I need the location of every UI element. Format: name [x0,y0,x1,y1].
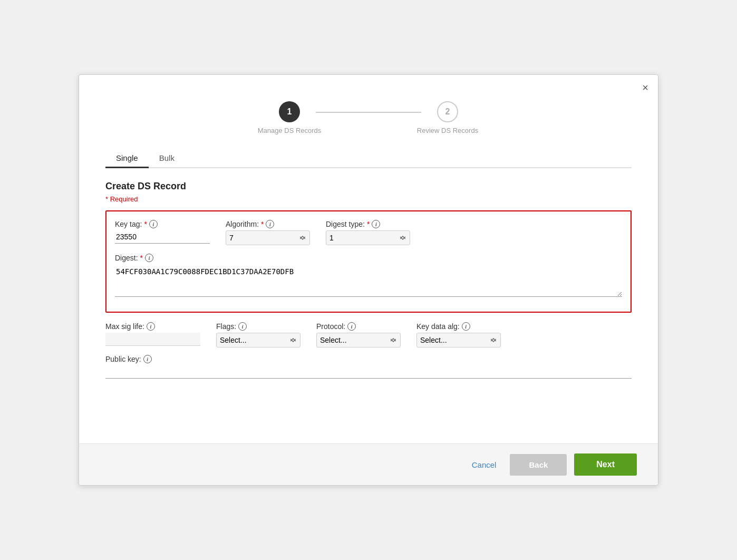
public-key-label: Public key: i [105,355,632,363]
stepper-step-2: 2 Review DS Records [368,101,527,134]
required-note: * Required [105,195,632,203]
close-button[interactable]: × [642,82,648,93]
digest-label: Digest: * i [115,254,153,262]
protocol-info-icon: i [347,322,356,331]
optional-fields-row: Max sig life: i Flags: i Select... [105,322,632,347]
digest-type-group: Digest type: * i 1 2 4 [326,220,410,245]
public-key-group: Public key: i [105,355,632,379]
step-1-label: Manage DS Records [258,127,322,134]
digest-type-info-icon: i [372,220,380,228]
step-1-circle: 1 [279,101,300,122]
next-button[interactable]: Next [574,453,637,476]
max-sig-life-info-icon: i [147,322,155,331]
tab-bulk[interactable]: Bulk [149,149,185,168]
stepper: 1 Manage DS Records 2 Review DS Records [210,101,527,134]
key-tag-label: Key tag: * i [115,220,210,228]
protocol-label: Protocol: i [316,322,401,331]
flags-label: Flags: i [216,322,300,331]
public-key-info-icon: i [143,355,152,363]
algorithm-label: Algorithm: * i [226,220,310,228]
digest-info-icon: i [145,254,153,262]
key-data-alg-info-icon: i [462,322,470,331]
key-tag-required-star: * [144,220,147,228]
required-fields-box: Key tag: * i Algorithm: * i [105,210,632,313]
modal-footer: Cancel Back Next [79,443,658,485]
step-2-label: Review DS Records [417,127,478,134]
max-sig-life-input[interactable] [105,333,200,346]
modal-container: × 1 Manage DS Records 2 [79,74,658,486]
algorithm-info-icon: i [266,220,274,228]
algorithm-group: Algorithm: * i 7 5 8 13 [226,220,310,245]
key-tag-info-icon: i [149,220,158,228]
public-key-input[interactable] [105,365,632,379]
tab-bar: Single Bulk [105,149,632,168]
back-button[interactable]: Back [510,454,567,476]
digest-type-required-star: * [367,220,370,228]
key-data-alg-select[interactable]: Select... [416,333,501,347]
max-sig-life-group: Max sig life: i [105,322,200,346]
flags-info-icon: i [238,322,247,331]
key-data-alg-group: Key data alg: i Select... [416,322,501,347]
tab-single[interactable]: Single [105,149,149,168]
key-tag-input[interactable] [115,230,210,244]
digest-textarea[interactable]: 54FCF030AA1C79C0088FDEC1BD1C37DAA2E70DFB [115,265,622,297]
flags-select[interactable]: Select... [216,333,300,347]
digest-required-star: * [140,254,143,262]
key-data-alg-label: Key data alg: i [416,322,501,331]
key-tag-group: Key tag: * i [115,220,210,244]
protocol-group: Protocol: i Select... [316,322,401,347]
algorithm-required-star: * [261,220,264,228]
digest-type-label: Digest type: * i [326,220,410,228]
cancel-button[interactable]: Cancel [466,456,503,474]
stepper-step-1: 1 Manage DS Records [210,101,368,134]
algorithm-select[interactable]: 7 5 8 13 [226,230,310,245]
protocol-select[interactable]: Select... [316,333,401,347]
flags-group: Flags: i Select... [216,322,300,347]
digest-type-select[interactable]: 1 2 4 [326,230,410,245]
form-title: Create DS Record [105,181,632,192]
digest-row: Digest: * i 54FCF030AA1C79C0088FDEC1BD1C… [115,254,622,297]
max-sig-life-label: Max sig life: i [105,322,200,331]
top-fields-row: Key tag: * i Algorithm: * i [115,220,622,245]
step-2-circle: 2 [437,101,458,122]
